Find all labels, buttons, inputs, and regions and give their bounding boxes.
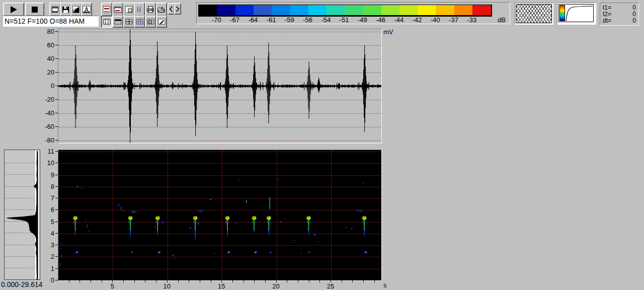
time-tick — [200, 280, 200, 282]
time-tick — [156, 280, 156, 282]
time-tick — [287, 280, 287, 282]
colorbar-panel: -70-67-64-61-59-56-54-51-49-46-44-42-40-… — [196, 2, 510, 24]
spectrogram-y-label: 4 — [42, 230, 54, 237]
colorbar-tick-label: -33 — [464, 16, 480, 24]
selection-icon — [125, 6, 133, 13]
layout-cross-blue-icon — [136, 19, 143, 25]
time-tick — [342, 280, 342, 282]
measure-button[interactable] — [112, 3, 123, 16]
oscillogram-y-tick — [55, 99, 58, 100]
window-function-icon — [83, 6, 91, 13]
status-field[interactable]: N=512 F=100 O=88 HAM — [2, 16, 99, 27]
oscillogram-panel[interactable] — [58, 29, 382, 143]
colorbar-segment — [381, 5, 400, 15]
layout-top-ruler-button[interactable] — [112, 16, 123, 28]
print-button[interactable] — [145, 3, 156, 16]
time-tick — [134, 280, 135, 282]
intensity-curve-preview[interactable] — [557, 3, 596, 25]
colorbar-tick-label: -64 — [245, 16, 261, 24]
sections-button[interactable]: s — [134, 3, 145, 16]
time-tick — [309, 280, 309, 282]
time-tick — [244, 280, 244, 282]
selection-button[interactable] — [123, 3, 134, 16]
time-tick — [232, 280, 233, 282]
oscillogram-view-button[interactable] — [101, 3, 112, 16]
time-range-label: 0.000-29.614 — [1, 281, 43, 288]
mean-spectrum-curve — [5, 150, 40, 279]
colorbar-segment — [436, 5, 454, 15]
oscillogram-y-label: -20 — [39, 96, 54, 103]
time-tick — [276, 280, 277, 282]
transfer-curve-button[interactable] — [70, 3, 82, 16]
oscillogram-trace — [58, 29, 381, 143]
edit-button[interactable] — [156, 16, 167, 28]
time-tick — [352, 280, 353, 282]
time-tick-label: 10 — [161, 282, 173, 290]
print-icon — [146, 6, 154, 13]
save-button[interactable] — [60, 3, 71, 16]
measure-icon — [114, 6, 122, 13]
layout-cross-icon — [125, 19, 133, 25]
scroll-left-button[interactable] — [168, 3, 175, 15]
time-tick — [363, 280, 364, 282]
oscillogram-y-label: 0 — [39, 82, 54, 90]
open-icon — [157, 6, 166, 13]
time-tick — [79, 280, 80, 282]
colorbar-tick-label: -51 — [336, 16, 352, 24]
colorbar-labels: -70-67-64-61-59-56-54-51-49-46-44-42-40-… — [198, 16, 491, 23]
time-tick — [254, 280, 255, 282]
play-button[interactable] — [3, 3, 24, 16]
oscillogram-y-tick — [55, 140, 58, 140]
colorbar-strip — [199, 5, 491, 15]
time-tick-label: 5 — [106, 282, 118, 290]
oscillogram-unit: mV — [383, 29, 393, 35]
spectrogram-y-tick — [55, 245, 58, 245]
layout-inset-button[interactable] — [145, 16, 156, 28]
svg-text:s: s — [138, 7, 141, 13]
spectrogram-y-tick — [55, 280, 58, 280]
time-tick — [331, 280, 331, 282]
oscillogram-y-tick — [55, 31, 58, 32]
colorbar-tick-label: -40 — [427, 16, 443, 24]
time-tick — [265, 280, 266, 282]
transfer-curve-icon — [72, 6, 79, 13]
colorbar-segment — [327, 5, 345, 15]
spectrogram-y-tick — [55, 198, 58, 198]
colorbar-segment — [308, 5, 327, 15]
oscillogram-y-label: 20 — [39, 68, 54, 76]
t2-value: 0 — [632, 11, 636, 17]
colorbar-segment — [199, 5, 217, 15]
display-window-button[interactable] — [49, 3, 60, 16]
colorbar-segment — [235, 5, 254, 15]
t1-label: t1= — [603, 5, 611, 11]
spectrogram-y-label: 6 — [42, 206, 54, 213]
window-function-button[interactable] — [81, 3, 92, 16]
open-button[interactable] — [156, 3, 167, 16]
colorbar-tick-label: -49 — [354, 16, 370, 24]
spectrogram-y-label: 8 — [42, 183, 54, 190]
colorbar-segment — [418, 5, 436, 15]
spectrogram-y-label: 2 — [42, 253, 54, 260]
colorbar-segment — [254, 5, 272, 15]
spectrogram-y-label: 3 — [42, 241, 54, 249]
oscillogram-y-label: -80 — [39, 136, 54, 144]
time-axis-unit: s — [383, 282, 387, 288]
time-tick-label: 25 — [325, 282, 337, 290]
layout-cross-button[interactable] — [123, 16, 134, 28]
spectrogram-y-label: 10 — [42, 159, 54, 167]
colorbar-segment — [363, 5, 381, 15]
dt-label: dt= — [603, 18, 611, 24]
window-overlap-preview[interactable] — [514, 3, 553, 25]
time-tick — [189, 280, 189, 282]
scroll-right-button[interactable] — [174, 3, 181, 15]
oscillogram-y-tick — [55, 113, 58, 113]
stop-button[interactable] — [25, 3, 44, 16]
colorbar-strip-frame — [198, 5, 492, 17]
colorbar-unit: dB — [493, 17, 506, 23]
mean-spectrum-panel — [4, 150, 40, 280]
layout-cross-blue-button[interactable] — [134, 16, 145, 28]
time-tick — [298, 280, 298, 282]
layout-columns-button[interactable] — [101, 16, 112, 28]
spectrogram-panel[interactable] — [58, 150, 382, 281]
edit-pencil-icon — [158, 19, 166, 25]
